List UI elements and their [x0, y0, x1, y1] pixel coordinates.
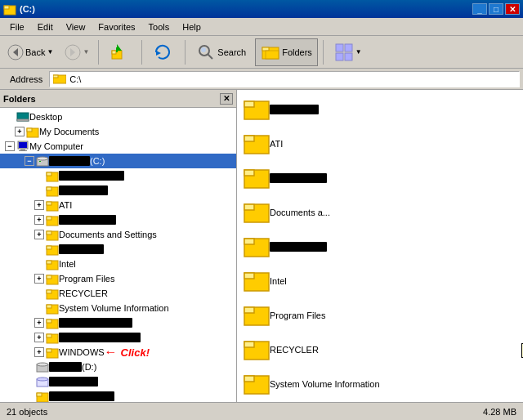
svg-rect-45 — [47, 246, 51, 249]
forward-button[interactable]: ▼ — [60, 38, 93, 66]
tree-item-c-sub1[interactable] — [0, 168, 236, 183]
expand-c-sub5[interactable]: + — [34, 318, 44, 328]
big-folder-ati-icon — [244, 131, 270, 157]
expand-docs-settings[interactable]: + — [34, 230, 44, 239]
back-dropdown-icon: ▼ — [47, 48, 53, 56]
toolbar-separator-1 — [98, 40, 99, 65]
file-item-r1[interactable] — [240, 93, 404, 126]
mydocs-icon — [26, 125, 39, 138]
tree-item-mycomputer[interactable]: − My Computer — [0, 139, 236, 154]
expand-mycomputer[interactable]: − — [5, 141, 15, 151]
menu-favorites[interactable]: Favorites — [92, 20, 141, 34]
svg-rect-22 — [53, 75, 58, 78]
tree-label-recycler: RECYCLER — [59, 288, 108, 298]
svg-rect-41 — [47, 217, 51, 220]
tree-item-sysvolinfo[interactable]: System Volume Information — [0, 301, 236, 315]
back-button[interactable]: Back ▼ — [3, 38, 57, 66]
file-label-r1-redacted — [270, 105, 319, 114]
expand-ati[interactable]: + — [34, 200, 44, 210]
click-arrow-icon: ← — [105, 345, 118, 360]
svg-rect-73 — [244, 204, 254, 210]
minimize-button[interactable]: _ — [472, 3, 487, 15]
folder-recycler-icon — [46, 287, 59, 300]
up-button[interactable] — [104, 38, 136, 66]
tree-item-c-sub3[interactable]: + — [0, 212, 236, 227]
svg-point-63 — [37, 378, 48, 381]
tree-item-desktop[interactable]: Desktop — [0, 109, 236, 124]
refresh-icon — [153, 42, 172, 62]
file-item-program-files[interactable]: Program Files — [240, 299, 404, 332]
forward-arrow-icon — [65, 44, 81, 60]
tree-item-intel[interactable]: Intel — [0, 257, 236, 271]
folder-sub4-icon — [46, 243, 59, 256]
folders-title: Folders — [3, 94, 36, 104]
file-item-docs[interactable]: Documents a... — [240, 196, 404, 229]
drive-d-icon — [36, 360, 49, 373]
tree-item-mydocs[interactable]: + My Documents — [0, 124, 236, 139]
tree-item-program-files[interactable]: + Program Files — [0, 271, 236, 286]
maximize-button[interactable]: □ — [489, 3, 503, 15]
up-icon — [110, 42, 129, 62]
svg-rect-69 — [244, 136, 254, 141]
folders-tree[interactable]: Desktop + My Documents − — [0, 108, 236, 402]
tree-label-c-sub5-redacted — [59, 318, 132, 328]
address-input[interactable]: C:\ — [49, 71, 520, 87]
view-button[interactable]: ▼ — [329, 38, 368, 66]
menu-help[interactable]: Help — [176, 20, 208, 34]
tree-item-windows[interactable]: + WINDOWS ← Click! — [0, 345, 236, 360]
title-bar: (C:) _ □ ✕ — [0, 0, 523, 18]
file-item-r3[interactable] — [240, 230, 404, 263]
expand-c-sub6[interactable]: + — [34, 333, 44, 342]
folders-button[interactable]: Folders — [255, 38, 318, 66]
file-label-program-files: Program Files — [270, 311, 325, 320]
search-icon — [196, 42, 216, 62]
file-item-recycler[interactable]: RECYCLER — [240, 333, 404, 366]
folders-panel: Folders ✕ Desktop + My Documents — [0, 90, 237, 402]
back-label: Back — [25, 47, 45, 57]
folder-docs-icon — [46, 228, 59, 241]
svg-rect-29 — [20, 149, 25, 150]
menu-file[interactable]: File — [3, 20, 31, 34]
right-panel[interactable]: ATI Documents a... — [237, 90, 523, 402]
tree-item-c-sub5[interactable]: + — [0, 315, 236, 330]
file-item-r2[interactable] — [240, 162, 404, 194]
file-item-intel[interactable]: Intel — [240, 265, 404, 297]
view-dropdown-icon: ▼ — [355, 48, 362, 56]
svg-rect-59 — [47, 349, 51, 352]
expand-c-sub3[interactable]: + — [34, 215, 44, 225]
expand-program-files[interactable]: + — [34, 274, 44, 284]
svg-rect-71 — [244, 170, 254, 176]
address-bar: Address C:\ — [0, 69, 523, 90]
svg-rect-47 — [47, 261, 51, 264]
menu-tools[interactable]: Tools — [142, 20, 177, 34]
svg-rect-65 — [37, 393, 42, 396]
tree-item-other1[interactable] — [0, 374, 236, 389]
tree-item-docs-settings[interactable]: + Documents and Settings — [0, 227, 236, 242]
address-value: C:\ — [69, 74, 81, 84]
tree-label-ati: ATI — [59, 200, 72, 210]
tree-item-other2[interactable] — [0, 389, 236, 402]
tree-item-c-sub6[interactable]: + — [0, 330, 236, 345]
search-button[interactable]: Search — [190, 38, 252, 66]
refresh-button[interactable] — [147, 38, 180, 66]
expand-windows[interactable]: + — [34, 347, 44, 357]
file-item-ati[interactable]: ATI — [240, 127, 404, 160]
menu-edit[interactable]: Edit — [31, 20, 60, 34]
tree-item-c-sub2[interactable] — [0, 183, 236, 198]
tree-item-ati[interactable]: + ATI — [0, 198, 236, 212]
tree-item-c-sub4[interactable] — [0, 242, 236, 257]
menu-view[interactable]: View — [60, 20, 92, 34]
tree-item-d-drive[interactable]: (D:) — [0, 360, 236, 374]
expand-c-drive[interactable]: − — [25, 156, 34, 166]
tree-item-recycler[interactable]: RECYCLER — [0, 286, 236, 301]
close-button[interactable]: ✕ — [505, 3, 520, 15]
expand-mydocs[interactable]: + — [15, 127, 25, 136]
svg-rect-67 — [244, 101, 254, 107]
folder-sub2-icon — [46, 184, 59, 197]
tree-item-c-drive[interactable]: − (C:) — [0, 154, 236, 168]
file-label-ati: ATI — [270, 139, 283, 149]
folders-close-button[interactable]: ✕ — [220, 93, 233, 105]
toolbar-separator-3 — [185, 40, 186, 65]
forward-dropdown-icon: ▼ — [83, 48, 89, 56]
file-item-sysvolinfo[interactable]: System Volume Information — [240, 368, 404, 400]
